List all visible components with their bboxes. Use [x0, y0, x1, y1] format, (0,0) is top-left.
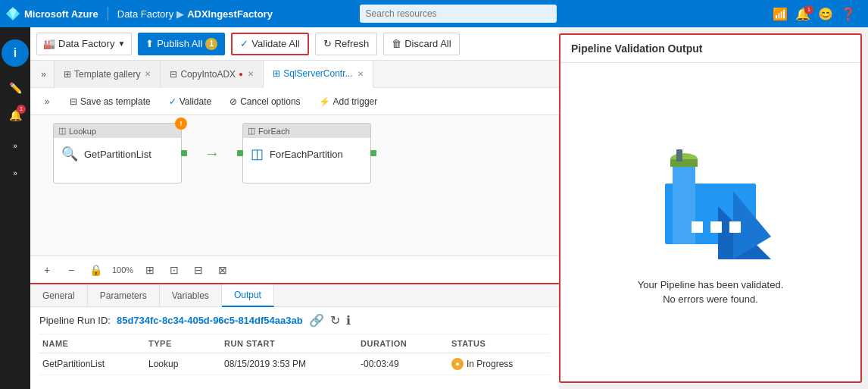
run-refresh-icon[interactable]: ↻	[330, 313, 340, 328]
sidebar: i ✏️ 🔔 » »	[0, 27, 30, 389]
df-nav-label[interactable]: Data Factory	[117, 8, 173, 20]
pipeline-arrow: →	[205, 145, 220, 162]
smiley-icon[interactable]: 😊	[818, 7, 833, 21]
validate-button[interactable]: ✓ Validate	[163, 92, 217, 111]
lookup-body-label: GetPartitionList	[84, 149, 151, 160]
sidebar-icon-pencil[interactable]: ✏️	[3, 76, 27, 100]
sidebar-icon-notification[interactable]: 🔔	[3, 103, 27, 127]
df-icon: 🏭	[43, 38, 55, 49]
wifi-icon[interactable]: 📶	[773, 7, 788, 21]
run-info-icon[interactable]: ℹ	[346, 313, 351, 328]
notification-icon[interactable]: 🔔1	[795, 7, 810, 21]
foreach-node[interactable]: ◫ ForEach ◫ ForEachPartition	[242, 123, 371, 184]
validation-message-line1: Your Pipeline has been validated.	[638, 278, 784, 293]
validation-message-line2: No errors were found.	[638, 292, 784, 307]
tab-template-gallery-close[interactable]: ✕	[145, 70, 151, 78]
cancel-options-icon: ⊘	[229, 96, 237, 107]
refresh-button[interactable]: ↻ Refresh	[315, 33, 378, 55]
zoom-100-button[interactable]: 100%	[109, 259, 136, 281]
validation-panel: Pipeline Validation Output	[559, 33, 862, 383]
lookup-header: ◫ Lookup	[54, 124, 181, 138]
tab-copy-adx-label: CopyIntoADX	[180, 69, 236, 80]
tab-parameters[interactable]: Parameters	[88, 284, 160, 307]
publish-all-button[interactable]: ⬆ Publish All 1	[138, 33, 225, 55]
topbar-nav: Data Factory ▶ ADXIngestFactory	[108, 8, 282, 20]
tab-variables-label: Variables	[172, 290, 209, 301]
tab-sql-server-label: SqlServerContr...	[283, 68, 352, 79]
toolbar-row2: » ⊟ Save as template ✓ Validate ⊘ Cancel…	[30, 88, 559, 115]
svg-rect-7	[710, 221, 722, 233]
info-button[interactable]: i	[2, 39, 29, 67]
lookup-orange-indicator: !	[175, 118, 187, 130]
pipeline-canvas: ◫ Lookup 🔍 GetPartitionList ! →	[53, 123, 371, 184]
bottom-panel: General Parameters Variables Output Pipe…	[30, 283, 559, 389]
canvas-and-bottom: ◫ Lookup 🔍 GetPartitionList ! →	[30, 115, 559, 389]
df-dropdown[interactable]: 🏭 Data Factory ▼	[36, 33, 132, 55]
lookup-header-icon: ◫	[58, 126, 66, 136]
tab-template-gallery[interactable]: ⊞ Template gallery ✕	[55, 61, 161, 88]
topbar: Microsoft Azure Data Factory ▶ ADXIngest…	[0, 0, 868, 27]
lookup-body-icon: 🔍	[61, 146, 78, 162]
lock-tool-button[interactable]: 🔒	[85, 259, 106, 281]
validate-check-icon: ✓	[240, 38, 248, 49]
layout-tool-button[interactable]: ⊟	[188, 259, 209, 281]
tab-output[interactable]: Output	[222, 284, 274, 307]
col-name: NAME	[39, 337, 145, 350]
pipeline-run-id-row: Pipeline Run ID: 85d734fc-8c34-405d-96c5…	[39, 307, 550, 334]
factory-illustration	[650, 138, 771, 262]
foreach-connector-left[interactable]	[237, 150, 243, 156]
discard-label: Discard All	[404, 38, 451, 49]
sidebar-icon-expand2[interactable]: »	[3, 161, 27, 185]
foreach-header: ◫ ForEach	[243, 124, 370, 138]
search-container	[360, 5, 617, 23]
status-label: In Progress	[467, 359, 513, 369]
tab-expander[interactable]: »	[33, 61, 55, 88]
search-input[interactable]	[360, 5, 557, 23]
tab-copy-adx-modified: ●	[239, 70, 243, 78]
col-duration: DURATION	[358, 337, 448, 350]
tab-general[interactable]: General	[30, 284, 88, 307]
canvas-area[interactable]: ◫ Lookup 🔍 GetPartitionList ! →	[30, 115, 559, 283]
discard-icon: 🗑	[392, 38, 401, 49]
tab-copy-adx[interactable]: ⊟ CopyIntoADX ● ✕	[161, 61, 264, 88]
tabs-row: » ⊞ Template gallery ✕ ⊟ CopyIntoADX ● ✕…	[30, 61, 559, 88]
help-icon[interactable]: ❓	[841, 7, 856, 21]
run-link-icon[interactable]: 🔗	[309, 313, 324, 328]
add-tool-button[interactable]: +	[36, 259, 58, 281]
brand[interactable]: Microsoft Azure	[6, 7, 108, 20]
tab-sql-server-close[interactable]: ✕	[358, 70, 364, 78]
fit-view-button[interactable]: ⊞	[139, 259, 161, 281]
nav-separator: ▶	[176, 8, 184, 20]
validation-panel-content: Your Pipeline has been validated. No err…	[623, 63, 799, 381]
add-trigger-button[interactable]: ⚡ Add trigger	[313, 92, 384, 111]
factory-name-label[interactable]: ADXIngestFactory	[187, 8, 273, 20]
remove-tool-button[interactable]: −	[61, 259, 82, 281]
pipeline-run-label: Pipeline Run ID:	[39, 315, 111, 326]
refresh-label: Refresh	[335, 38, 370, 49]
bottom-content: Pipeline Run ID: 85d734fc-8c34-405d-96c5…	[30, 307, 559, 389]
tab-sql-server[interactable]: ⊞ SqlServerContr... ✕	[264, 61, 373, 88]
lookup-connector-right[interactable]	[181, 150, 187, 156]
tab-output-label: Output	[234, 290, 261, 300]
tab-copy-adx-close[interactable]: ✕	[248, 70, 254, 78]
validate-all-button[interactable]: ✓ Validate All	[231, 33, 308, 55]
foreach-header-icon: ◫	[248, 126, 255, 136]
col-run-start: RUN START	[221, 337, 358, 350]
lookup-node[interactable]: ◫ Lookup 🔍 GetPartitionList !	[53, 123, 182, 184]
toolbar2-expander[interactable]: »	[36, 88, 58, 115]
save-template-button[interactable]: ⊟ Save as template	[64, 92, 157, 111]
tab-general-label: General	[42, 290, 75, 301]
content-area: 🏭 Data Factory ▼ ⬆ Publish All 1 ✓ Valid…	[30, 27, 559, 389]
foreach-connector-right[interactable]	[370, 150, 376, 156]
validation-message: Your Pipeline has been validated. No err…	[638, 278, 784, 307]
sidebar-icon-chevron[interactable]: »	[3, 133, 27, 158]
discard-all-button[interactable]: 🗑 Discard All	[383, 33, 459, 55]
save-template-icon: ⊟	[70, 96, 77, 107]
more-tool-button[interactable]: ⊠	[212, 259, 233, 281]
foreach-body-label: ForEachPartition	[270, 149, 343, 160]
table-row[interactable]: GetPartitionList Lookup 08/15/2019 3:53 …	[39, 353, 550, 375]
select-tool-button[interactable]: ⊡	[164, 259, 185, 281]
tab-variables[interactable]: Variables	[160, 284, 222, 307]
cancel-options-button[interactable]: ⊘ Cancel options	[223, 92, 306, 111]
main-container: i ✏️ 🔔 » » 🏭 Data Factory ▼ ⬆ Publish Al…	[0, 27, 868, 389]
